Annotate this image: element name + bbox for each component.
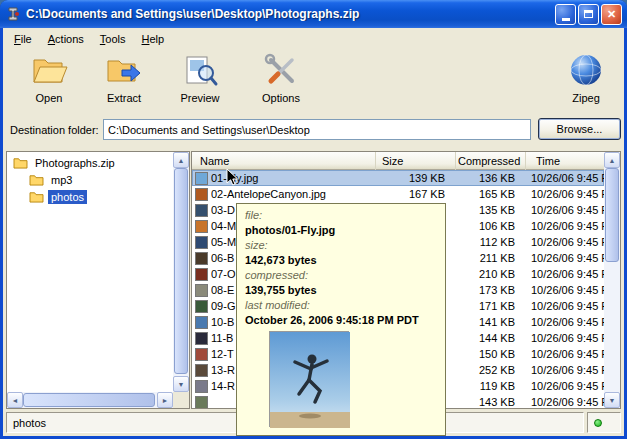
file-compressed-size: 165 KB (451, 188, 521, 200)
tooltip-compressed-label: compressed: (245, 268, 437, 283)
extract-button[interactable]: Extract (91, 52, 157, 104)
tree-item-label: mp3 (48, 173, 75, 187)
file-time: 10/26/06 9:45 P (521, 220, 604, 232)
file-time: 10/26/06 9:45 P (521, 316, 604, 328)
file-compressed-size: 136 KB (451, 172, 521, 184)
tooltip-compressed-value: 139,755 bytes (245, 283, 437, 298)
app-window: C:\Documents and Settings\user\Desktop\P… (0, 0, 627, 439)
file-info-tooltip: file: photos/01-Fly.jpg size: 142,673 by… (236, 203, 446, 436)
tree-item-label: Photographs.zip (32, 156, 118, 170)
file-row[interactable]: 01-Fly.jpg 139 KB 136 KB 10/26/06 9:45 P (192, 170, 604, 186)
tree-vertical-scrollbar[interactable]: ▲ ▼ (173, 152, 189, 392)
file-time: 10/26/06 9:45 P (521, 332, 604, 344)
folder-icon (29, 173, 44, 186)
list-header: Name Size Compressed Time (192, 152, 604, 170)
file-time: 10/26/06 9:45 P (521, 204, 604, 216)
status-text: photos (13, 417, 46, 429)
scroll-down-icon[interactable]: ▼ (604, 392, 620, 408)
file-thumbnail (195, 204, 208, 217)
scroll-up-icon[interactable]: ▲ (173, 152, 189, 168)
preview-photo (269, 331, 349, 427)
open-folder-icon (16, 52, 82, 90)
column-header-size[interactable]: Size (376, 152, 456, 170)
status-indicator-cell (587, 412, 621, 433)
browse-button[interactable]: Browse... (538, 118, 621, 140)
minimize-button[interactable] (555, 4, 576, 25)
folder-tree: Photographs.zip mp3 photos (7, 152, 173, 392)
list-vertical-scrollbar[interactable]: ▲ ▼ (604, 152, 620, 408)
file-compressed-size: 141 KB (451, 316, 521, 328)
app-icon (5, 6, 21, 22)
menu-bar: File Actions Tools Help (3, 30, 624, 48)
file-compressed-size: 173 KB (451, 284, 521, 296)
scroll-left-icon[interactable]: ◄ (7, 392, 23, 408)
globe-icon (553, 52, 619, 90)
close-button[interactable]: ✕ (601, 4, 622, 25)
folder-icon (13, 156, 28, 169)
file-thumbnail (195, 236, 208, 249)
file-compressed-size: 106 KB (451, 220, 521, 232)
menu-help[interactable]: Help (134, 31, 173, 47)
scroll-down-icon[interactable]: ▼ (173, 376, 189, 392)
column-header-compressed[interactable]: Compressed (456, 152, 526, 170)
zipeg-button[interactable]: Zipeg (553, 52, 619, 104)
column-header-time[interactable]: Time (526, 152, 604, 170)
crossed-tools-icon (248, 52, 314, 90)
scrollbar-corner (173, 392, 189, 408)
open-button[interactable]: Open (16, 52, 82, 104)
file-compressed-size: 119 KB (451, 380, 521, 392)
menu-file[interactable]: File (6, 31, 40, 47)
mouse-cursor-icon (226, 168, 239, 189)
file-thumbnail (195, 316, 208, 329)
tree-item-photographs-zip[interactable]: Photographs.zip (7, 154, 173, 171)
tree-item-photos[interactable]: photos (7, 188, 173, 205)
file-thumbnail (195, 332, 208, 345)
file-thumbnail (195, 252, 208, 265)
menu-actions[interactable]: Actions (40, 31, 92, 47)
file-time: 10/26/06 9:45 P (521, 188, 604, 200)
window-controls: ✕ (555, 4, 622, 25)
file-thumbnail (195, 172, 208, 185)
tree-item-label-selected: photos (48, 190, 87, 204)
title-bar: C:\Documents and Settings\user\Desktop\P… (0, 0, 627, 28)
column-header-name[interactable]: Name (192, 152, 376, 170)
file-compressed-size: 135 KB (451, 204, 521, 216)
file-time: 10/26/06 9:45 P (521, 268, 604, 280)
tree-hscroll-thumb[interactable] (23, 393, 155, 407)
file-thumbnail (195, 284, 208, 297)
file-compressed-size: 211 KB (451, 252, 521, 264)
file-thumbnail (195, 188, 208, 201)
folder-tree-panel: Photographs.zip mp3 photos ▲ ▼ ◄ ► (6, 151, 190, 409)
file-compressed-size: 143 KB (451, 396, 521, 408)
file-thumbnail (195, 364, 208, 377)
tooltip-size-label: size: (245, 238, 437, 253)
file-time: 10/26/06 9:45 P (521, 348, 604, 360)
green-dot-icon (594, 419, 602, 427)
options-button[interactable]: Options (248, 52, 314, 104)
menu-tools[interactable]: Tools (92, 31, 134, 47)
scroll-up-icon[interactable]: ▲ (604, 152, 620, 168)
file-compressed-size: 171 KB (451, 300, 521, 312)
file-time: 10/26/06 9:45 P (521, 172, 604, 184)
file-compressed-size: 210 KB (451, 268, 521, 280)
zipeg-label: Zipeg (553, 92, 619, 104)
preview-label: Preview (167, 92, 233, 104)
folder-icon (29, 190, 44, 203)
file-thumbnail (195, 396, 208, 409)
scroll-right-icon[interactable]: ► (157, 392, 173, 408)
options-label: Options (248, 92, 314, 104)
tree-horizontal-scrollbar[interactable]: ◄ ► (7, 392, 173, 408)
list-vscroll-thumb[interactable] (605, 168, 619, 262)
destination-input[interactable] (103, 119, 531, 140)
file-time: 10/26/06 9:45 P (521, 284, 604, 296)
preview-button[interactable]: Preview (167, 52, 233, 104)
file-time: 10/26/06 9:45 P (521, 396, 604, 408)
file-time: 10/26/06 9:45 P (521, 380, 604, 392)
file-compressed-size: 150 KB (451, 348, 521, 360)
tree-vscroll-thumb[interactable] (174, 168, 188, 374)
maximize-button[interactable] (578, 4, 599, 25)
file-size: 139 KB (375, 172, 451, 184)
tree-item-mp3[interactable]: mp3 (7, 171, 173, 188)
file-row[interactable]: 02-AntelopeCanyon.jpg 167 KB 165 KB 10/2… (192, 186, 604, 202)
close-icon: ✕ (607, 8, 616, 21)
